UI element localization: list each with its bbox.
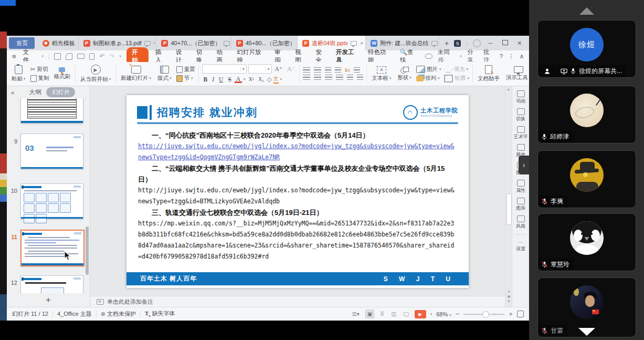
print-icon[interactable] xyxy=(77,54,84,59)
play-options-icon[interactable]: ▾ xyxy=(430,312,432,316)
slide-title[interactable]: 招聘安排 就业冲刺 xyxy=(157,105,258,120)
more-icon[interactable]: ∨ xyxy=(119,54,122,58)
line-spacing-icon[interactable] xyxy=(357,75,363,80)
fill-button[interactable]: 填充▾ xyxy=(444,66,469,73)
reset-button[interactable]: 重置 xyxy=(176,66,195,73)
scroll-participants-down-icon[interactable] xyxy=(578,328,595,336)
new-doc-icon[interactable] xyxy=(54,53,61,60)
play-settings-button[interactable]: 🖵 xyxy=(402,310,410,318)
slides-tab[interactable]: 幻灯片 xyxy=(46,87,75,97)
slide-sorter-button[interactable]: ⠿ xyxy=(378,310,385,318)
shapes-button[interactable]: 形状▾ xyxy=(396,67,413,81)
save-icon[interactable] xyxy=(66,53,72,60)
close-button[interactable]: × xyxy=(515,39,524,47)
slide-nav-icon[interactable]: ▣ xyxy=(508,294,511,298)
tool-gallery[interactable]: 图库 xyxy=(516,198,525,212)
copy-button[interactable]: 复制 xyxy=(30,75,49,82)
zoom-slider-knob[interactable] xyxy=(482,311,489,318)
shrink-font-button[interactable]: A⁻ xyxy=(286,65,296,73)
font-size-combobox[interactable]: ▾ xyxy=(248,64,272,74)
minimize-button[interactable]: ─ xyxy=(486,39,495,47)
slide-thumbnail-9[interactable]: 03 xyxy=(20,133,83,169)
more-vertical-icon[interactable]: ⋮ xyxy=(508,53,514,60)
print-preview-icon[interactable] xyxy=(89,53,95,60)
distribute-icon[interactable] xyxy=(347,75,353,80)
outline-button[interactable]: 轮廓▾ xyxy=(444,75,469,83)
subscript-button[interactable]: X₂ xyxy=(257,77,265,82)
paste-button[interactable]: 粘贴▾ xyxy=(10,65,27,83)
align-right-icon[interactable] xyxy=(325,75,332,80)
scroll-participants-up-icon[interactable] xyxy=(579,7,594,15)
collapse-ribbon-icon[interactable]: ∧ xyxy=(520,53,524,60)
font-color-button[interactable]: A xyxy=(235,76,242,83)
arrange-button[interactable]: 排列▾ xyxy=(416,75,441,82)
redo-icon[interactable]: ↷ xyxy=(109,53,114,60)
normal-view-button[interactable]: ▣ xyxy=(365,310,374,318)
bullet-list-icon[interactable] xyxy=(303,67,310,73)
bold-button[interactable]: B xyxy=(202,76,209,83)
tab-home[interactable]: 首页 xyxy=(9,37,35,49)
slide-body-url[interactable]: https://mp.weixin.qq.com/s?__biz=MjM5MjQ… xyxy=(138,218,457,262)
theme-name[interactable]: 4_Office 主题 xyxy=(57,310,92,318)
tool-transition[interactable]: 切换 xyxy=(516,108,525,122)
picture-button[interactable]: 图片▾ xyxy=(416,66,441,73)
superscript-button[interactable]: X² xyxy=(247,77,256,82)
font-name-combobox[interactable]: ▾ xyxy=(202,64,247,74)
align-left-icon[interactable] xyxy=(303,75,310,80)
section-button[interactable]: 节▾ xyxy=(176,75,195,82)
participant-tile-qiushijin[interactable]: 邱师津 xyxy=(537,86,636,143)
zoom-in-button[interactable]: + xyxy=(509,310,513,318)
slide-canvas[interactable]: 招聘安排 就业冲刺 ⛫ 土木工程学院 School of Civil Engin… xyxy=(126,95,469,288)
slide-thumbnail-12[interactable] xyxy=(20,275,83,293)
outline-tab[interactable]: 大纲 xyxy=(29,88,41,96)
numbered-list-icon[interactable] xyxy=(314,67,321,73)
tab-count-badge[interactable]: 5 xyxy=(454,40,461,47)
tab-docer-templates[interactable]: 稻壳模板 xyxy=(38,36,79,50)
presentation-tools-button[interactable]: 演示工具▾ xyxy=(504,66,529,81)
scrollbar-thumb[interactable] xyxy=(506,193,512,225)
format-painter-button[interactable]: 格式刷 xyxy=(52,67,72,80)
tab-close-icon[interactable]: × xyxy=(360,40,364,46)
slide-thumbnail-10[interactable] xyxy=(20,183,83,219)
tool-properties[interactable]: 属性 xyxy=(516,180,525,194)
participant-tile-xuyu[interactable]: 徐煜 徐煜的屏幕共... xyxy=(537,20,636,78)
reading-view-button[interactable]: ◫ xyxy=(390,310,398,318)
decrease-indent-icon[interactable] xyxy=(325,67,331,73)
participant-tile-lishuang[interactable]: 李爽 xyxy=(537,150,636,208)
slide-counter[interactable]: 幻灯片 11 / 12 xyxy=(12,310,48,318)
tool-settings[interactable]: ⋯设置 xyxy=(516,240,525,252)
columns-icon[interactable] xyxy=(354,67,360,73)
slide-thumbnail-8[interactable] xyxy=(20,98,83,123)
member-icon[interactable] xyxy=(473,39,481,47)
zoom-out-button[interactable]: − xyxy=(456,310,460,318)
italic-button[interactable]: I xyxy=(210,76,216,83)
play-from-current-button[interactable]: ▶ 从当前开始▾ xyxy=(79,65,112,83)
hamburger-icon[interactable]: ≡ xyxy=(12,53,16,60)
slide-body-heading[interactable]: 二、“云端相叙交大情 携手共创新辉煌”西南交通大学董事单位及校友企业专场空中双选… xyxy=(138,163,457,185)
tool-style[interactable]: 风格 xyxy=(516,215,525,230)
new-tab-button[interactable]: + xyxy=(445,39,449,47)
slide-body-url[interactable]: http://jiuye.swjtu.edu.cn/eweb/jygl/inde… xyxy=(138,185,457,207)
next-slide-icon[interactable]: ▼ xyxy=(508,300,511,303)
protection-status[interactable]: ⊗ 文档未保护 xyxy=(101,310,136,318)
cut-button[interactable]: ✂剪切 xyxy=(30,66,49,73)
align-center-icon[interactable] xyxy=(314,75,321,80)
tool-wordart[interactable]: 艺术字 xyxy=(514,126,528,140)
justify-icon[interactable] xyxy=(336,75,343,80)
fit-to-window-icon[interactable] xyxy=(517,311,524,317)
zoom-level[interactable]: 68% ▾ xyxy=(436,311,451,317)
add-slide-button[interactable]: + xyxy=(7,293,90,307)
slide-body-heading[interactable]: 一、“同心抗疫”西南地区十三校联合2020年春季空中双选会（5月14日） xyxy=(138,130,457,141)
clear-format-icon[interactable]: ◇ xyxy=(267,76,272,83)
zoom-slider[interactable] xyxy=(463,314,504,315)
slide-thumbnail-11-current[interactable] xyxy=(20,230,85,266)
restore-button[interactable] xyxy=(500,39,510,47)
notes-toggle-icon[interactable]: ☰▾ xyxy=(351,310,361,318)
participant-tile-qinhuiling[interactable]: 覃慧玲 xyxy=(537,213,636,271)
new-slide-button[interactable]: 新建幻灯片▾ xyxy=(119,66,153,82)
missing-font-status[interactable]: Tx 缺失字体 xyxy=(145,310,175,318)
scroll-up-icon[interactable]: ▲ xyxy=(507,88,510,91)
increase-indent-icon[interactable] xyxy=(335,67,341,73)
notes-bar[interactable]: 单击此处添加备注 xyxy=(90,296,505,307)
help-icon[interactable]: ? xyxy=(500,53,503,59)
